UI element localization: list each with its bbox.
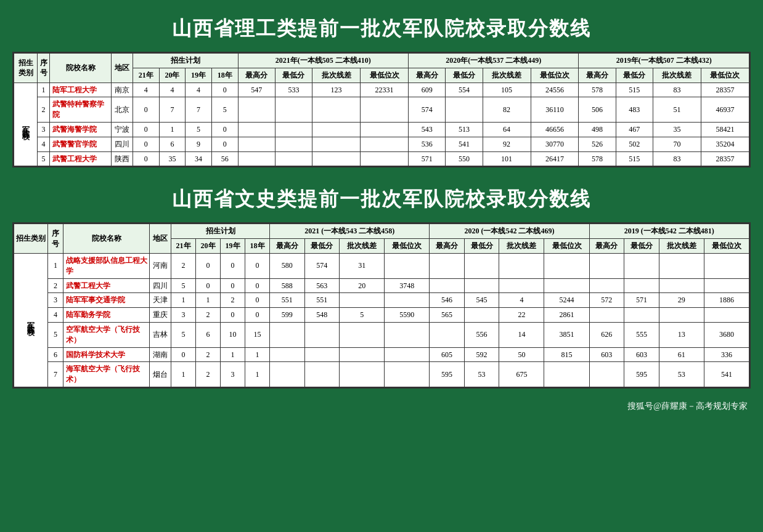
p18-0: 0 [211, 83, 238, 97]
bl20-5: 592 [464, 347, 499, 362]
r20-1: 36110 [531, 97, 579, 123]
p18-2: 0 [211, 122, 238, 137]
plan-18: 18年 [211, 68, 238, 83]
area1-4: 陕西 [112, 151, 133, 166]
bl20-6: 53 [464, 362, 499, 387]
l21-1 [275, 97, 312, 123]
bh19-0 [589, 253, 624, 278]
b21-p21-3: 3 [171, 308, 196, 323]
p20-1: 7 [159, 97, 186, 123]
s20-diff: 批次线差 [483, 68, 531, 83]
bd19-6: 53 [659, 362, 704, 387]
b21-p19-3: 0 [221, 308, 245, 323]
seq2-5: 6 [48, 347, 63, 362]
bh20-0 [430, 253, 465, 278]
name2-1: 武警工程大学 [63, 278, 150, 293]
name1-2: 武警海警学院 [50, 122, 112, 137]
p19-3: 9 [186, 137, 212, 151]
title1: 山西省理工类提前一批次军队院校录取分数线 [6, 6, 757, 49]
p20-4: 35 [159, 151, 186, 166]
bl19-1 [624, 278, 659, 293]
p19-0: 4 [186, 83, 212, 97]
h20-0: 609 [409, 83, 446, 97]
l20-0: 554 [446, 83, 483, 97]
seq1-3: 4 [38, 137, 50, 151]
col-seq: 序号 [38, 54, 50, 83]
bd20-4: 14 [499, 322, 544, 347]
bh19-6 [589, 362, 624, 387]
bh20-3: 565 [430, 308, 465, 323]
b20-high: 最高分 [430, 239, 465, 254]
table1-container: 招生类别 序号 院校名称 地区 招生计划 2021年(一本线505 二本线410… [12, 52, 751, 167]
bh21-0: 580 [270, 253, 305, 278]
col-2019: 2019年(一本线507 二本线432) [579, 54, 749, 68]
area1-0: 南京 [112, 83, 133, 97]
bl20-3 [464, 308, 499, 323]
seq2-0: 1 [48, 253, 63, 278]
d21-0: 123 [312, 83, 361, 97]
seq2-2: 3 [48, 293, 63, 308]
zb-label2: 军队院校 [14, 253, 48, 387]
col-zb: 招生类别 [14, 54, 38, 83]
h19-2: 498 [579, 122, 616, 137]
col-2019b: 2019 (一本线542 二本线481) [589, 224, 749, 239]
h21-4 [238, 151, 275, 166]
br20-6 [544, 362, 589, 387]
seq2-1: 2 [48, 278, 63, 293]
br19-4: 3680 [704, 322, 749, 347]
b21-p19-4: 10 [221, 322, 245, 347]
bd19-4: 13 [659, 322, 704, 347]
br19-0 [704, 253, 749, 278]
d19-1: 51 [653, 97, 701, 123]
h21-2 [238, 122, 275, 137]
br21-5 [385, 347, 430, 362]
area2-6: 烟台 [150, 362, 171, 387]
r19-3: 35204 [701, 137, 749, 151]
bl19-6: 595 [624, 362, 659, 387]
d21-1 [312, 97, 361, 123]
p21-3: 0 [133, 137, 160, 151]
p18-4: 56 [211, 151, 238, 166]
bd20-6: 675 [499, 362, 544, 387]
s19-rank: 最低位次 [701, 68, 749, 83]
name1-1: 武警特种警察学院 [50, 97, 112, 123]
zb-label1: 军队院校 [14, 83, 38, 166]
l20-1 [446, 97, 483, 123]
l19-3: 502 [616, 137, 653, 151]
h20-3: 536 [409, 137, 446, 151]
col-2020b: 2020 (一本线542 二本线469) [430, 224, 589, 239]
b21-p20-0: 0 [196, 253, 221, 278]
bl19-2: 571 [624, 293, 659, 308]
b21-low: 最低分 [304, 239, 340, 254]
b21-p21-1: 5 [171, 278, 196, 293]
name2-3: 陆军勤务学院 [63, 308, 150, 323]
bd21-6 [340, 362, 385, 387]
p21-1: 0 [133, 97, 160, 123]
b21-p19-2: 2 [221, 293, 245, 308]
r21-3 [361, 137, 409, 151]
name2-5: 国防科学技术大学 [63, 347, 150, 362]
bl20-0 [464, 253, 499, 278]
plan2-21: 21年 [171, 239, 196, 254]
bh20-5: 605 [430, 347, 465, 362]
bh21-1: 588 [270, 278, 305, 293]
seq2-3: 4 [48, 308, 63, 323]
d20-4: 101 [483, 151, 531, 166]
area2-5: 湖南 [150, 347, 171, 362]
p18-1: 5 [211, 97, 238, 123]
bd19-1 [659, 278, 704, 293]
bl19-4: 555 [624, 322, 659, 347]
b20-rank: 最低位次 [544, 239, 589, 254]
r21-4 [361, 151, 409, 166]
h20-2: 543 [409, 122, 446, 137]
p20-0: 4 [159, 83, 186, 97]
b21-p18-5: 1 [245, 347, 270, 362]
r21-1 [361, 97, 409, 123]
b21-p20-2: 1 [196, 293, 221, 308]
bl21-6 [304, 362, 340, 387]
name1-0: 陆军工程大学 [50, 83, 112, 97]
table2: 招生类别 序号 院校名称 地区 招生计划 2021 (一本线543 二本线458… [14, 224, 749, 387]
b21-p20-4: 6 [196, 322, 221, 347]
col-seq2: 序号 [48, 224, 63, 254]
p21-4: 0 [133, 151, 160, 166]
